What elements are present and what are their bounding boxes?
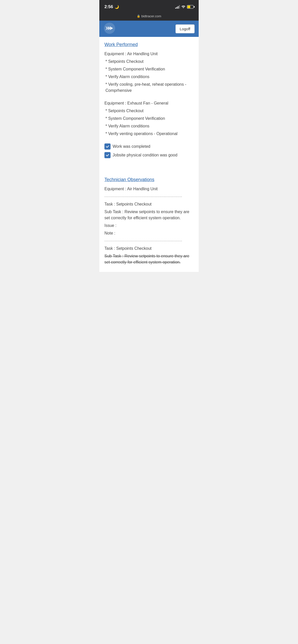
url-display: bidtracer.com: [141, 14, 161, 18]
battery-icon: [187, 5, 194, 9]
status-right-icons: [175, 5, 194, 9]
equipment2-task4: * Verify venting operations - Operationa…: [104, 131, 194, 137]
obs-task1-label: Task : Setpoints Checkout: [104, 201, 194, 207]
obs-task1-issue: Issue :: [104, 223, 194, 229]
app-logo: [103, 22, 116, 35]
technician-observations-section: Technician Observations Equipment : Air …: [104, 177, 194, 265]
equipment1-task3: * Verify Alarm conditions: [104, 74, 194, 80]
equipment2-label: Equipment : Exhaust Fan - General: [104, 100, 194, 106]
checkbox-jobsite-condition-label: Jobsite physical condition was good: [113, 153, 177, 157]
moon-icon: 🌙: [115, 5, 119, 9]
obs-task2-subtask: Sub Task : Review setpoints to ensure th…: [104, 253, 194, 265]
checkbox-work-completed-label: Work was completed: [113, 144, 150, 149]
technician-observations-link[interactable]: Technician Observations: [104, 177, 194, 182]
equipment1-task2: * System Component Verification: [104, 66, 194, 72]
equipment1-task4: * Verify cooling, pre-heat, reheat opera…: [104, 81, 194, 94]
app-header: Logoff: [99, 21, 199, 37]
obs-task1-subtask: Sub Task : Review setpoints to ensure th…: [104, 209, 194, 221]
status-time: 2:56 🌙: [104, 4, 119, 9]
equipment2-task1: * Setpoints Checkout: [104, 108, 194, 114]
signal-bars-icon: [175, 5, 180, 9]
equipment2-task3: * Verify Alarm conditions: [104, 123, 194, 129]
checkbox-work-completed-icon: [104, 143, 111, 150]
obs-task2-label: Task : Setpoints Checkout: [104, 245, 194, 252]
divider-2: ----------------------------------------…: [104, 239, 194, 243]
time-display: 2:56: [104, 4, 113, 9]
address-bar: 🔒 bidtracer.com: [99, 13, 199, 21]
equipment1-label: Equipment : Air Handling Unit: [104, 51, 194, 57]
obs-task1-note: Note :: [104, 230, 194, 236]
lock-icon: 🔒: [137, 14, 140, 18]
status-bar: 2:56 🌙: [99, 0, 199, 13]
work-performed-link[interactable]: Work Performed: [104, 42, 194, 47]
equipment1-task1: * Setpoints Checkout: [104, 58, 194, 65]
equipment2-task2: * System Component Verification: [104, 115, 194, 122]
checkbox-jobsite-condition-icon: [104, 152, 111, 158]
logoff-button[interactable]: Logoff: [175, 24, 195, 33]
checkbox-work-completed[interactable]: Work was completed: [104, 143, 194, 150]
main-content: Work Performed Equipment : Air Handling …: [99, 37, 199, 272]
wifi-icon: [181, 5, 185, 9]
observations-equipment-label: Equipment : Air Handling Unit: [104, 186, 194, 192]
divider-1: ----------------------------------------…: [104, 195, 194, 199]
checkbox-jobsite-condition[interactable]: Jobsite physical condition was good: [104, 152, 194, 158]
